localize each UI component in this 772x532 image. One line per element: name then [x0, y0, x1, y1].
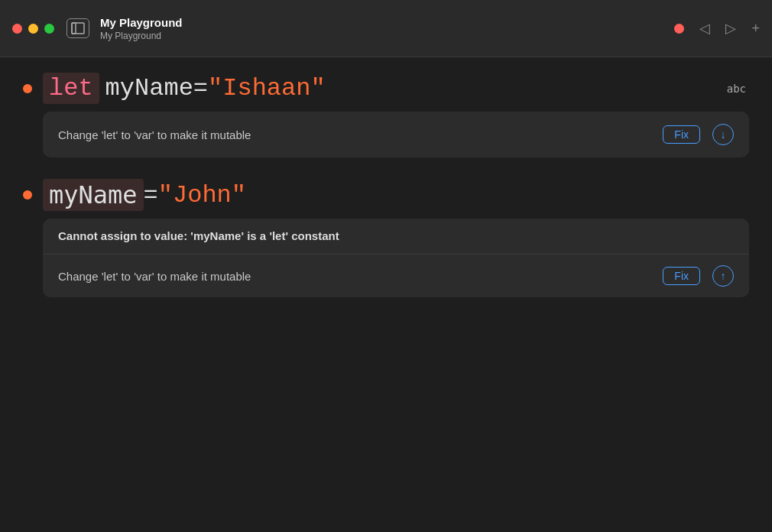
sidebar-toggle-button[interactable] — [66, 18, 89, 38]
line1-code: let myName = "Ishaan" — [43, 73, 326, 104]
code-line-1: let myName = "Ishaan" abc — [23, 73, 749, 104]
line2-fix-button[interactable]: Fix — [663, 267, 700, 285]
let-keyword: let — [43, 73, 99, 104]
window-title: My Playground — [100, 15, 183, 31]
line2-identifier: myName — [43, 179, 144, 211]
close-button[interactable] — [12, 24, 22, 34]
line1-equals: = — [193, 74, 208, 102]
line2-arrow-button[interactable]: ↑ — [712, 265, 734, 287]
record-indicator — [674, 24, 684, 34]
window-subtitle: My Playground — [100, 31, 183, 41]
back-button[interactable]: ◁ — [699, 21, 710, 35]
line1-string: "Ishaan" — [208, 74, 326, 102]
title-group: My Playground My Playground — [100, 15, 183, 41]
minimize-button[interactable] — [28, 24, 38, 34]
line1-bullet — [23, 84, 32, 93]
line2-hint-text: Change 'let' to 'var' to make it mutable — [58, 270, 650, 283]
line2-error-box: Cannot assign to value: 'myName' is a 'l… — [43, 219, 749, 297]
line2-hint-row: Change 'let' to 'var' to make it mutable… — [43, 255, 749, 297]
traffic-lights — [12, 24, 54, 34]
line1-hint-box: Change 'let' to 'var' to make it mutable… — [43, 112, 749, 157]
titlebar: My Playground My Playground ◁ ▷ + — [0, 0, 772, 57]
titlebar-controls: ◁ ▷ + — [674, 21, 760, 35]
line2-code: myName = "John" — [43, 179, 246, 211]
error-title: Cannot assign to value: 'myName' is a 'l… — [58, 229, 339, 242]
line1-arrow-button[interactable]: ↓ — [712, 124, 734, 145]
svg-rect-1 — [72, 23, 84, 34]
line1-fix-button[interactable]: Fix — [663, 125, 700, 144]
maximize-button[interactable] — [44, 24, 54, 34]
error-header: Cannot assign to value: 'myName' is a 'l… — [43, 219, 749, 255]
line2-string: "John" — [158, 181, 246, 209]
line1-identifier: myName — [105, 74, 193, 102]
line1-hint-text: Change 'let' to 'var' to make it mutable — [58, 128, 650, 141]
line2-equals: = — [144, 181, 158, 209]
main-content: let myName = "Ishaan" abc Change 'let' t… — [0, 57, 772, 334]
result-badge: abc — [727, 83, 749, 95]
forward-button[interactable]: ▷ — [725, 21, 736, 35]
code-line-2: myName = "John" — [23, 179, 749, 211]
add-button[interactable]: + — [751, 21, 760, 35]
line2-bullet — [23, 190, 32, 200]
